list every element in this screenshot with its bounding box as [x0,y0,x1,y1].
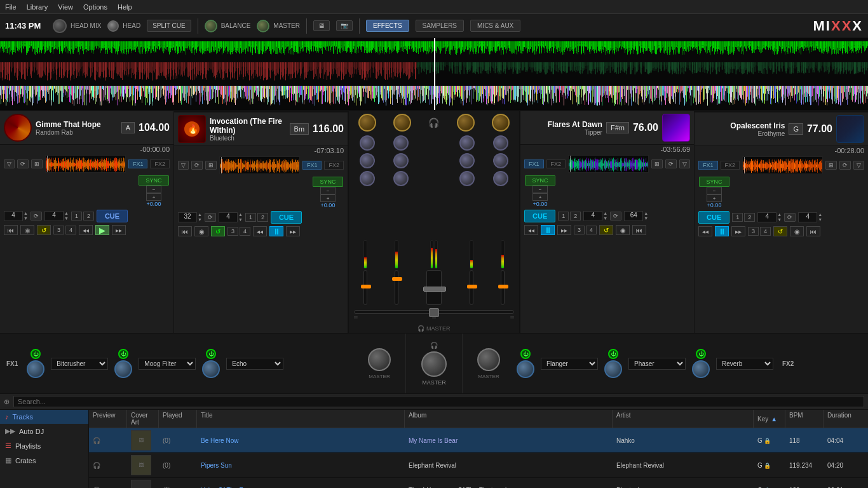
sidebar-item-playlists[interactable]: ☰ Playlists [0,438,88,453]
ch2-eq-mid[interactable] [393,153,409,168]
fx1-knob-1[interactable] [27,360,44,378]
ch1-gain-knob[interactable] [358,114,376,132]
deck-left-top-nudge-back[interactable]: ◂◂ [79,225,93,235]
fx1-select-2[interactable]: Moog Filter [139,358,196,370]
beat-down[interactable]: ▼ [64,216,69,221]
deck-right-bottom-wave-btn[interactable]: ▽ [853,161,864,170]
deck-left-top-loop-toggle[interactable]: ↺ [37,225,51,235]
deck-right-top-loop-toggle[interactable]: ↺ [599,225,613,235]
deck-right-bottom-sync[interactable]: SYNC [699,177,729,187]
deck-right-top-fx2[interactable]: FX2 [546,159,566,168]
beat-up-rb[interactable]: ▲ [777,212,782,217]
rate-arrows[interactable]: ▲ ▼ [24,211,28,221]
col-title[interactable]: Title [197,410,405,428]
deck-right-top-nudge-back[interactable]: ◂◂ [524,225,538,235]
deck-left-top-back[interactable]: ⏮ [4,225,18,235]
col-cover[interactable]: Cover Art [127,410,159,428]
deck-right-bottom-loop-toggle[interactable]: ↺ [773,226,787,236]
fx1-power-3[interactable]: ⏻ [206,349,216,359]
fx1-select-1[interactable]: Bitcrusher [51,358,108,370]
fx1-master-knob[interactable] [368,348,391,371]
beat-4[interactable]: 4 [65,226,76,234]
head-knob[interactable] [107,20,119,32]
rate-arrows-rt[interactable]: ▲ ▼ [644,211,648,221]
ch4-gain-knob[interactable] [492,114,510,132]
center-master-knob[interactable] [421,351,447,377]
table-row[interactable]: 🎧 🖼 (0) Pipers Sun Elephant Revival Elep… [89,453,868,478]
ch4-eq-mid[interactable] [493,153,508,168]
deck-right-bottom-set-cue[interactable]: ◉ [790,226,804,236]
deck-left-bottom-nudge-back[interactable]: ◂◂ [253,226,267,236]
beat-arrows-rt[interactable]: ▲ ▼ [603,211,607,221]
deck-right-bottom-rate[interactable]: 4 ▲ ▼ [798,212,822,222]
beat-arrows-lb[interactable]: ▲ ▼ [238,212,243,222]
deck-right-top-loop-in[interactable]: ⟳ [610,212,621,220]
split-cue-button[interactable]: SPLIT CUE [147,20,191,32]
deck-left-bottom-fx2[interactable]: FX2 [324,161,344,170]
deck-right-bottom-beat[interactable]: 4 ▲ ▼ [757,212,782,222]
deck-left-bottom-fx1[interactable]: FX1 [302,161,322,170]
ch4-eq-lo[interactable] [493,171,508,186]
rate-up-rt[interactable]: ▲ [644,211,648,216]
menu-help[interactable]: Help [118,3,132,11]
deck-right-bottom-sync-minus[interactable]: − [707,187,722,194]
beat-1-rb[interactable]: 1 [732,213,743,222]
beat-3[interactable]: 3 [53,226,64,234]
ch3-gain-knob[interactable] [457,114,475,132]
deck-left-bottom-sync-plus[interactable]: + [320,194,336,202]
ch3-eq-mid[interactable] [459,153,475,168]
fx2-knob-2[interactable] [604,360,622,378]
deck-right-bottom-loop-in[interactable]: ⟳ [784,213,796,222]
deck-right-top-fx1[interactable]: FX1 [524,159,544,168]
mics-button[interactable]: MICS & AUX [470,20,520,32]
beat-4-lb[interactable]: 4 [240,227,250,236]
beat-2-rt[interactable]: 2 [570,212,581,220]
master-knob[interactable] [257,20,269,32]
deck-right-top-nudge-fwd[interactable]: ▸▸ [557,225,571,235]
deck-left-top-set-cue[interactable]: ◉ [20,225,34,235]
deck-right-top-set-cue[interactable]: ◉ [616,225,630,235]
deck-left-bottom-loop-in[interactable]: ⟳ [205,213,216,222]
search-expand-icon[interactable]: ⊕ [4,398,10,406]
samplers-button[interactable]: SAMPLERS [416,20,464,32]
beat-up[interactable]: ▲ [64,211,69,216]
deck-left-bottom-loop-toggle[interactable]: ↺ [211,226,225,236]
deck-left-top-beat[interactable]: 4 ▲ ▼ [44,211,69,221]
master-fader-handle[interactable] [423,287,446,292]
deck-left-bottom-rate[interactable]: 32 ▲ ▼ [178,212,202,222]
ch1-eq-mid[interactable] [360,153,375,168]
sidebar-item-crates[interactable]: ▦ Crates [0,453,88,468]
deck-right-bottom-back[interactable]: ⏮ [806,226,820,236]
rate-up[interactable]: ▲ [24,211,28,216]
menu-view[interactable]: View [58,3,73,11]
deck-left-bottom-wave-btn[interactable]: ▽ [178,161,189,170]
deck-left-bottom-sync[interactable]: SYNC [313,177,343,187]
beat-up-lb[interactable]: ▲ [238,212,243,217]
deck-left-top-fx2[interactable]: FX2 [150,159,170,168]
deck-right-bottom-slip-btn[interactable]: ⊞ [825,161,837,170]
deck-right-bottom-fx2[interactable]: FX2 [721,161,740,170]
beat-2[interactable]: 2 [83,212,94,220]
deck-left-top-rate[interactable]: 4 ▲ ▼ [4,211,28,221]
screen-button[interactable]: 🖥 [313,20,330,31]
col-bpm[interactable]: BPM [785,410,824,428]
mixer-center-headphone[interactable]: 🎧 [428,114,439,132]
deck-right-top-waveform[interactable] [568,155,649,173]
deck-left-top-loop-in[interactable]: ⟳ [31,212,42,220]
col-played[interactable]: Played [159,410,197,428]
deck-left-bottom-waveform[interactable] [219,156,300,174]
fx1-select-3[interactable]: Echo [226,358,283,370]
cell-title-0[interactable]: Be Here Now [197,435,405,446]
deck-right-top-sync-plus[interactable]: + [532,193,548,201]
deck-left-top-play[interactable]: ▶ [95,225,109,235]
deck-right-bottom-waveform[interactable] [742,156,823,174]
beat-4-rt[interactable]: 4 [586,226,597,234]
deck-left-top-loop-btn[interactable]: ⟳ [17,159,29,168]
deck-left-top-sync-plus[interactable]: + [146,193,161,201]
deck-left-top-nudge-fwd[interactable]: ▸▸ [112,225,126,235]
deck-left-top-fx1[interactable]: FX1 [128,159,148,168]
col-preview[interactable]: Preview [89,410,127,428]
deck-right-bottom-cue[interactable]: CUE [698,211,729,224]
ch3-eq-hi[interactable] [459,135,475,151]
menu-library[interactable]: Library [27,3,48,11]
